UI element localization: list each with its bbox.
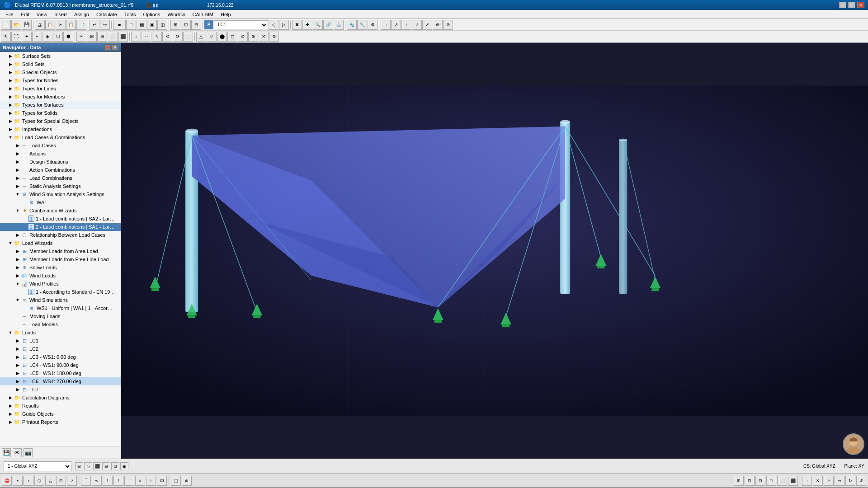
btr11[interactable]: ↻ bbox=[845, 476, 855, 486]
arrow[interactable]: ▶ bbox=[14, 378, 21, 385]
status-btn5[interactable]: ⊡ bbox=[111, 462, 119, 470]
bt3[interactable]: ▫ bbox=[24, 476, 33, 486]
tb34[interactable]: ⌖ bbox=[32, 32, 42, 42]
tree-solid-sets[interactable]: ▶ 📁 Solid Sets bbox=[0, 60, 121, 68]
arrow[interactable]: ▼ bbox=[7, 329, 14, 336]
tree-combo1[interactable]: 1 1 - Load combinations | SA2 - Large de… bbox=[0, 215, 121, 223]
arrow[interactable]: ▶ bbox=[7, 419, 14, 425]
bt15[interactable]: ⛝ bbox=[157, 476, 167, 486]
tree-lc2[interactable]: ▶ ⊡ LC2 bbox=[0, 345, 121, 353]
tb4[interactable]: 📋 bbox=[66, 20, 76, 30]
tb32[interactable]: ⛶ bbox=[11, 32, 21, 42]
arrow[interactable]: ▶ bbox=[14, 175, 21, 181]
tree-relationship[interactable]: ▶ ⬡ Relationship Between Load Cases bbox=[0, 231, 121, 239]
tb29[interactable]: ⊕ bbox=[433, 20, 443, 30]
tb18[interactable]: 🔍 bbox=[313, 20, 323, 30]
tb9[interactable]: ▣ bbox=[147, 20, 157, 30]
nav-eye-btn[interactable]: 👁 bbox=[13, 448, 22, 457]
tree-wind-profiles[interactable]: ▼ 📊 Wind Profiles bbox=[0, 280, 121, 288]
btr12[interactable]: ↺ bbox=[856, 476, 866, 486]
tree-member-free-line[interactable]: ▶ ⊞ Member Loads from Free Line Load bbox=[0, 255, 121, 263]
tb5[interactable]: 📑 bbox=[76, 20, 86, 30]
tb47[interactable]: ⟳ bbox=[173, 32, 183, 42]
tree-moving-loads[interactable]: ─ Moving Loads bbox=[0, 312, 121, 320]
bt4[interactable]: ⬡ bbox=[34, 476, 44, 486]
arrow[interactable]: ▶ bbox=[14, 142, 21, 149]
tb39[interactable]: ⊞ bbox=[87, 32, 97, 42]
bt14[interactable]: ⊹ bbox=[146, 476, 156, 486]
bt1[interactable]: ⛔ bbox=[2, 476, 12, 486]
tree-calc-diagrams[interactable]: ▶ 📁 Calculation Diagrams bbox=[0, 394, 121, 402]
tree-loads[interactable]: ▼ 📁 Loads bbox=[0, 328, 121, 337]
tb53[interactable]: ⊙ bbox=[238, 32, 248, 42]
nav-close-btn[interactable]: ✕ bbox=[112, 44, 118, 51]
tb38[interactable]: ✂ bbox=[76, 32, 86, 42]
btr3[interactable]: ⊟ bbox=[755, 476, 765, 486]
tb35[interactable]: ◈ bbox=[42, 32, 52, 42]
tb22[interactable]: 🔧 bbox=[357, 20, 367, 30]
arrow[interactable]: ▼ bbox=[14, 281, 21, 287]
arrow[interactable]: ▶ bbox=[7, 394, 14, 401]
tb26[interactable]: ↑ bbox=[401, 20, 411, 30]
tb27[interactable]: ↗ bbox=[412, 20, 422, 30]
arrow[interactable]: ▶ bbox=[14, 167, 21, 173]
tb23[interactable]: ⚙ bbox=[368, 20, 377, 30]
tb24[interactable]: → bbox=[381, 20, 391, 30]
btr7[interactable]: → bbox=[802, 476, 812, 486]
tree-surface-sets[interactable]: ▶ 📁 Surface Sets bbox=[0, 52, 121, 60]
btr8[interactable]: ✕ bbox=[813, 476, 823, 486]
tree-member-area[interactable]: ▶ ⊞ Member Loads from Area Load bbox=[0, 247, 121, 255]
arrow[interactable]: ▶ bbox=[7, 403, 14, 409]
menu-assign[interactable]: Assign bbox=[71, 11, 93, 18]
tb44[interactable]: ↔ bbox=[142, 32, 151, 42]
tree-load-wizards[interactable]: ▼ 📁 Load Wizards bbox=[0, 239, 121, 247]
tb17[interactable]: ✚ bbox=[302, 20, 312, 30]
tb2[interactable]: 📋 bbox=[45, 20, 55, 30]
tree-types-solids[interactable]: ▶ 📁 Types for Solids bbox=[0, 109, 121, 117]
nav-pin-btn[interactable]: 📌 bbox=[104, 44, 111, 51]
tb36[interactable]: ⬡ bbox=[53, 32, 63, 42]
tree-lc1[interactable]: ▶ ⊡ LC1 bbox=[0, 337, 121, 345]
new-btn[interactable]: 📄 bbox=[1, 20, 11, 30]
tb56[interactable]: ⚙ bbox=[269, 32, 279, 42]
tb48[interactable]: ⬚ bbox=[183, 32, 193, 42]
bt12[interactable]: ⟋ bbox=[124, 476, 134, 486]
tb15[interactable]: ▷ bbox=[279, 20, 289, 30]
tree-wind-simulations[interactable]: ▼ ≡ Wind Simulations bbox=[0, 296, 121, 304]
btr2[interactable]: ⊡ bbox=[745, 476, 755, 486]
bt7[interactable]: ↗ bbox=[67, 476, 77, 486]
arrow[interactable]: ▶ bbox=[14, 386, 21, 393]
arrow[interactable]: ▶ bbox=[7, 94, 14, 100]
tree-imperfections[interactable]: ▶ 📁 Imperfections bbox=[0, 125, 121, 133]
btr4[interactable]: □ bbox=[766, 476, 776, 486]
tree-static-analysis[interactable]: ▶ ─ Static Analysis Settings bbox=[0, 182, 121, 190]
menu-view[interactable]: View bbox=[33, 11, 51, 18]
arrow[interactable]: ▼ bbox=[7, 240, 14, 246]
tree-lc5[interactable]: ▶ ⊡ LC5 - WS1: 180.00 deg bbox=[0, 369, 121, 377]
tb33[interactable]: ✦ bbox=[22, 32, 32, 42]
bt9[interactable]: ∿ bbox=[92, 476, 102, 486]
viewport[interactable] bbox=[121, 43, 868, 459]
menu-tools[interactable]: Tools bbox=[121, 11, 140, 18]
tree-lc4[interactable]: ▶ ⊡ LC4 - WS1: 90.00 deg bbox=[0, 361, 121, 369]
btr1[interactable]: ⊞ bbox=[734, 476, 744, 486]
tree-load-models[interactable]: ─ Load Models bbox=[0, 320, 121, 328]
btr5[interactable]: ⬜ bbox=[777, 476, 787, 486]
menu-options[interactable]: Options bbox=[139, 11, 164, 18]
arrow[interactable]: ▶ bbox=[14, 338, 21, 344]
tree-en1991[interactable]: 1 1 - According to Standard - EN 1991 CE… bbox=[0, 288, 121, 296]
tree-combo2[interactable]: 2 2 - Load combinations | SA1 - Large de… bbox=[0, 223, 121, 231]
arrow[interactable]: ▶ bbox=[7, 110, 14, 116]
arrow[interactable]: ▼ bbox=[14, 207, 21, 214]
tree-load-cases-comb[interactable]: ▼ 📁 Load Cases & Combinations bbox=[0, 133, 121, 141]
print-btn[interactable]: 🖨 bbox=[35, 20, 45, 30]
bt16[interactable]: ⬚ bbox=[171, 476, 181, 486]
nav-camera-btn[interactable]: 📷 bbox=[24, 448, 33, 457]
arrow[interactable]: ▶ bbox=[14, 354, 21, 360]
status-btn3[interactable]: ⬛ bbox=[93, 462, 101, 470]
tb51[interactable]: ⬤ bbox=[217, 32, 227, 42]
tb42[interactable]: ⬛ bbox=[118, 32, 128, 42]
tree-types-surfaces[interactable]: ▶ 📁 Types for Surfaces bbox=[0, 101, 121, 109]
tree-combo-wizards[interactable]: ▼ ✦ Combination Wizards bbox=[0, 206, 121, 215]
minimize-button[interactable]: ─ bbox=[839, 2, 846, 8]
